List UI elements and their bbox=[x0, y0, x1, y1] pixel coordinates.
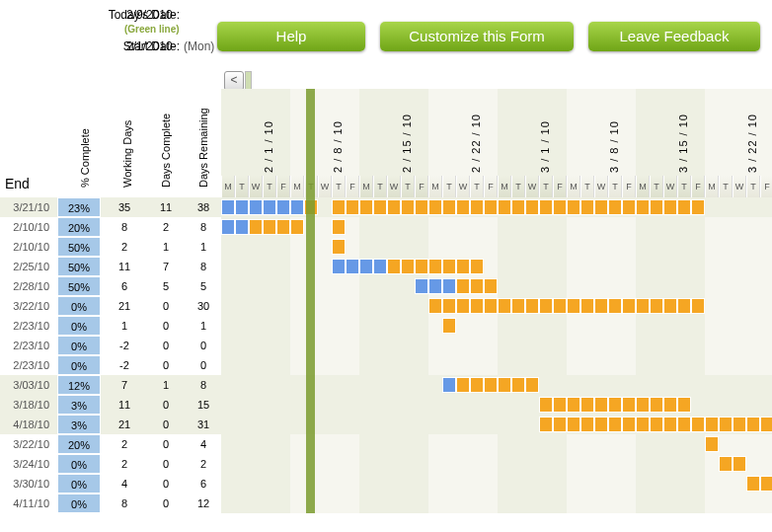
day-header: M bbox=[705, 176, 719, 197]
cell-end-date: 2/23/10 bbox=[0, 336, 55, 355]
gantt-bar-blue bbox=[415, 278, 428, 294]
gantt-bar-orange bbox=[456, 199, 470, 215]
day-header: M bbox=[428, 176, 442, 197]
day-header: M bbox=[636, 176, 650, 197]
table-row: 3/18/103%11015 bbox=[0, 395, 772, 415]
gantt-bar-blue bbox=[235, 219, 249, 235]
cell-days-complete: 0 bbox=[146, 415, 186, 434]
cell-pct-complete: 0% bbox=[57, 336, 101, 355]
gantt-bar-orange bbox=[539, 397, 553, 413]
gantt-bar-orange bbox=[456, 278, 470, 294]
cell-end-date: 3/22/10 bbox=[0, 434, 55, 454]
day-header: F bbox=[346, 176, 359, 197]
cell-days-complete: 7 bbox=[146, 257, 186, 276]
gantt-bar-orange bbox=[498, 199, 511, 215]
gantt-bar-orange bbox=[636, 298, 650, 314]
day-header: T bbox=[235, 176, 249, 197]
gantt-bar-blue bbox=[235, 199, 249, 215]
day-header: T bbox=[401, 176, 415, 197]
green-line-note: (Green line) bbox=[124, 24, 180, 35]
gantt-bar-orange bbox=[636, 417, 650, 432]
day-header: T bbox=[263, 176, 276, 197]
day-header: F bbox=[553, 176, 567, 197]
table-row: 2/25/1050%1178 bbox=[0, 257, 772, 276]
table-row: 2/23/100%-200 bbox=[0, 355, 772, 375]
gantt-bar-orange bbox=[663, 298, 677, 314]
leave-feedback-button[interactable]: Leave Feedback bbox=[588, 22, 760, 51]
gantt-bar-blue bbox=[276, 199, 290, 215]
gantt-bar-orange bbox=[470, 298, 484, 314]
day-header: T bbox=[580, 176, 594, 197]
day-header: W bbox=[594, 176, 608, 197]
cell-working-days: 2 bbox=[105, 237, 144, 257]
today-marker bbox=[306, 89, 315, 513]
cell-pct-complete: 0% bbox=[57, 316, 101, 336]
cell-days-complete: 2 bbox=[146, 217, 186, 237]
cell-working-days: 6 bbox=[105, 276, 144, 296]
help-button[interactable]: Help bbox=[217, 22, 365, 51]
week-date-header: 2 / 8 / 10 bbox=[332, 89, 344, 173]
gantt-bar-blue bbox=[359, 259, 373, 274]
day-header: T bbox=[470, 176, 484, 197]
today-date-value: 2/9/2010 bbox=[126, 8, 173, 22]
cell-end-date: 4/18/10 bbox=[0, 415, 55, 434]
day-header: F bbox=[622, 176, 636, 197]
gantt-bar-orange bbox=[276, 219, 290, 235]
gantt-bar-orange bbox=[415, 259, 428, 274]
gantt-bar-orange bbox=[442, 298, 456, 314]
cell-working-days: -2 bbox=[105, 336, 144, 355]
day-header: M bbox=[567, 176, 580, 197]
day-header: T bbox=[677, 176, 691, 197]
day-header: W bbox=[249, 176, 263, 197]
cell-end-date: 3/18/10 bbox=[0, 395, 55, 415]
cell-end-date: 2/10/10 bbox=[0, 217, 55, 237]
cell-pct-complete: 0% bbox=[57, 296, 101, 316]
day-header: T bbox=[719, 176, 733, 197]
gantt-bar-orange bbox=[484, 278, 498, 294]
cell-days-remaining: 2 bbox=[188, 454, 219, 474]
gantt-bar-orange bbox=[428, 259, 442, 274]
cell-end-date: 2/23/10 bbox=[0, 355, 55, 375]
gantt-bar-orange bbox=[525, 377, 539, 393]
table-row: 3/22/1020%204 bbox=[0, 434, 772, 454]
table-row: 2/23/100%101 bbox=[0, 316, 772, 336]
cell-working-days: 4 bbox=[105, 474, 144, 494]
day-header: M bbox=[221, 176, 235, 197]
cell-days-remaining: 12 bbox=[188, 494, 219, 513]
day-header: W bbox=[663, 176, 677, 197]
col-end: End bbox=[5, 176, 30, 191]
gantt-bar-orange bbox=[746, 476, 760, 492]
gantt-bar-orange bbox=[525, 199, 539, 215]
gantt-bar-blue bbox=[373, 259, 387, 274]
day-header: W bbox=[525, 176, 539, 197]
gantt-bar-orange bbox=[442, 199, 456, 215]
day-header: W bbox=[456, 176, 470, 197]
cell-end-date: 2/28/10 bbox=[0, 276, 55, 296]
scroll-left-button[interactable]: < bbox=[224, 71, 244, 91]
gantt-bar-blue bbox=[332, 259, 346, 274]
gantt-bar-orange bbox=[470, 278, 484, 294]
cell-working-days: 7 bbox=[105, 375, 144, 395]
cell-pct-complete: 0% bbox=[57, 355, 101, 375]
cell-days-remaining: 15 bbox=[188, 395, 219, 415]
col-pct-complete: % Complete bbox=[79, 79, 91, 188]
gantt-bar-blue bbox=[221, 199, 235, 215]
cell-end-date: 2/10/10 bbox=[0, 237, 55, 257]
customize-form-button[interactable]: Customize this Form bbox=[380, 22, 574, 51]
cell-end-date: 2/25/10 bbox=[0, 257, 55, 276]
cell-days-remaining: 0 bbox=[188, 336, 219, 355]
day-header: T bbox=[511, 176, 525, 197]
scroll-thumb[interactable] bbox=[245, 71, 252, 91]
gantt-bar-orange bbox=[346, 199, 359, 215]
cell-working-days: 35 bbox=[105, 197, 144, 217]
table-row: 3/22/100%21030 bbox=[0, 296, 772, 316]
col-working-days: Working Days bbox=[121, 79, 133, 188]
gantt-bar-orange bbox=[608, 298, 622, 314]
gantt-bar-orange bbox=[594, 298, 608, 314]
table-row: 2/10/1020%828 bbox=[0, 217, 772, 237]
gantt-bar-orange bbox=[650, 397, 663, 413]
week-date-header: 3 / 15 / 10 bbox=[677, 89, 689, 173]
week-date-header: 2 / 22 / 10 bbox=[470, 89, 482, 173]
gantt-bar-orange bbox=[373, 199, 387, 215]
cell-days-complete: 1 bbox=[146, 375, 186, 395]
